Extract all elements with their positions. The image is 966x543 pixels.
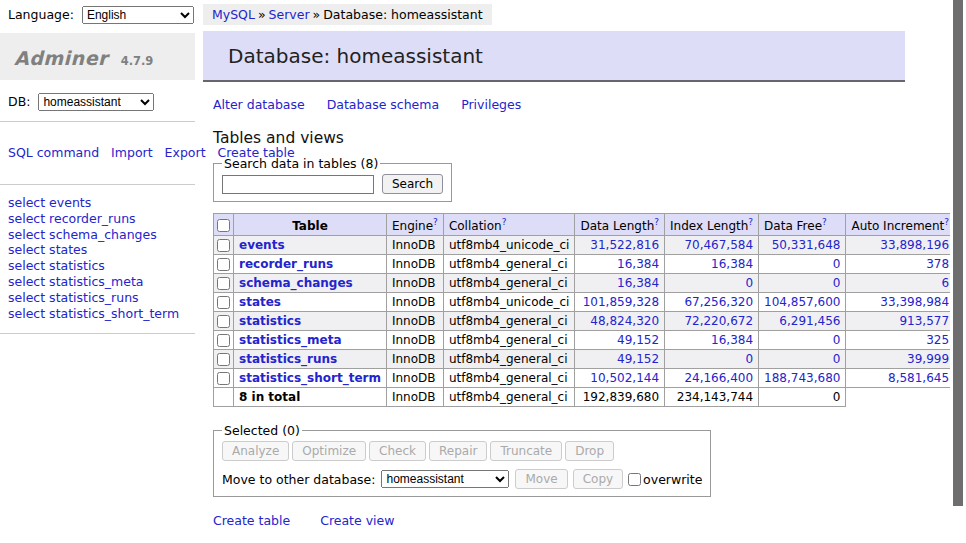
db-select[interactable]: homeassistant xyxy=(38,93,154,111)
engine-cell: InnoDB xyxy=(386,255,443,274)
vertical-scrollbar-thumb[interactable] xyxy=(953,0,963,506)
list-item: select events xyxy=(8,195,187,211)
copy-button[interactable]: Copy xyxy=(573,469,623,489)
column-header-label: Table xyxy=(292,219,328,233)
column-header-label: Index Length xyxy=(670,219,748,233)
column-header-label: Auto Increment xyxy=(851,219,944,233)
column-header-label: Collation xyxy=(449,219,502,233)
list-item: select statistics_runs xyxy=(8,290,187,306)
row-checkbox-cell xyxy=(214,331,234,350)
table-name-cell: statistics_meta xyxy=(234,331,387,350)
sidebar: Language: English Adminer 4.7.9 DB: home… xyxy=(0,0,195,334)
sidebar-select-table-link[interactable]: select recorder_runs xyxy=(8,211,136,226)
column-help-link[interactable]: ? xyxy=(502,217,507,227)
table-name-link[interactable]: statistics_short_term xyxy=(239,371,381,385)
selected-action-button[interactable]: Check xyxy=(369,441,426,461)
row-checkbox[interactable] xyxy=(217,334,230,347)
table-name-link[interactable]: statistics_runs xyxy=(239,352,337,366)
language-select[interactable]: English xyxy=(82,6,194,24)
index-length-cell: 24,166,400 xyxy=(665,369,759,388)
vertical-scrollbar-track[interactable] xyxy=(950,0,966,543)
breadcrumb-mysql-link[interactable]: MySQL xyxy=(212,7,255,22)
database-action-link[interactable]: Alter database xyxy=(213,97,305,112)
table-row: schema_changesInnoDButf8mb4_general_ci16… xyxy=(214,274,966,293)
selected-action-button[interactable]: Repair xyxy=(429,441,487,461)
table-name-link[interactable]: statistics xyxy=(239,314,301,328)
column-help-link[interactable]: ? xyxy=(748,217,753,227)
sidebar-select-table-link[interactable]: select states xyxy=(8,242,87,257)
table-name-link[interactable]: statistics_meta xyxy=(239,333,342,347)
page-title: Database: homeassistant xyxy=(203,31,905,82)
sidebar-action-link[interactable]: SQL command xyxy=(8,145,99,160)
table-row: eventsInnoDButf8mb4_unicode_ci31,522,816… xyxy=(214,236,966,255)
column-help-link[interactable]: ? xyxy=(433,217,438,227)
index-length-cell: 16,384 xyxy=(665,331,759,350)
sidebar-select-table-link[interactable]: select statistics_runs xyxy=(8,290,139,305)
row-checkbox[interactable] xyxy=(217,296,230,309)
sidebar-select-table-link[interactable]: select statistics_meta xyxy=(8,274,144,289)
select-all-checkbox[interactable] xyxy=(217,219,230,232)
sidebar-select-table-link[interactable]: select schema_changes xyxy=(8,227,157,242)
selected-action-button[interactable]: Optimize xyxy=(292,441,366,461)
table-name-link[interactable]: states xyxy=(239,295,281,309)
sidebar-actions: SQL commandImportExportCreate table xyxy=(0,135,180,172)
row-checkbox[interactable] xyxy=(217,258,230,271)
sidebar-select-table-link[interactable]: select statistics xyxy=(8,258,105,273)
index-length-cell: 0 xyxy=(665,350,759,369)
row-checkbox[interactable] xyxy=(217,353,230,366)
database-action-link[interactable]: Privileges xyxy=(461,97,521,112)
data-length-cell: 48,824,320 xyxy=(575,312,665,331)
auto-increment-cell: 39,999 xyxy=(846,350,955,369)
create-link[interactable]: Create view xyxy=(320,513,394,528)
selected-action-button[interactable]: Analyze xyxy=(222,441,289,461)
create-link[interactable]: Create table xyxy=(213,513,290,528)
data-length-cell: 101,859,328 xyxy=(575,293,665,312)
database-links: Alter databaseDatabase schemaPrivileges xyxy=(213,97,905,112)
row-checkbox[interactable] xyxy=(217,277,230,290)
row-checkbox-cell xyxy=(214,236,234,255)
selected-buttons: AnalyzeOptimizeCheckRepairTruncateDrop xyxy=(222,441,702,461)
sidebar-action-link[interactable]: Import xyxy=(111,145,153,160)
overwrite-label: overwrite xyxy=(643,472,702,487)
column-header: Auto Increment? xyxy=(846,214,955,236)
column-help-link[interactable]: ? xyxy=(944,217,949,227)
breadcrumb-server-link[interactable]: Server xyxy=(269,7,310,22)
table-header-row: TableEngine?Collation?Data Length?Index … xyxy=(214,214,966,236)
database-action-link[interactable]: Database schema xyxy=(327,97,439,112)
move-database-select[interactable]: homeassistant xyxy=(381,470,509,488)
data-free-cell: 0 xyxy=(759,331,846,350)
table-name-link[interactable]: schema_changes xyxy=(239,276,353,290)
row-checkbox[interactable] xyxy=(217,372,230,385)
sidebar-divider xyxy=(0,121,195,122)
search-button[interactable]: Search xyxy=(382,174,443,194)
totals-index-length-cell: 234,143,744 xyxy=(665,388,759,407)
table-name-link[interactable]: recorder_runs xyxy=(239,257,333,271)
tables-and-views-heading: Tables and views xyxy=(213,129,905,147)
engine-cell: InnoDB xyxy=(386,312,443,331)
sidebar-select-table-link[interactable]: select statistics_short_term xyxy=(8,306,179,321)
db-label: DB: xyxy=(8,94,30,109)
index-length-cell: 70,467,584 xyxy=(665,236,759,255)
search-input[interactable] xyxy=(222,175,374,194)
selected-action-button[interactable]: Truncate xyxy=(490,441,562,461)
move-button[interactable]: Move xyxy=(515,469,567,489)
row-checkbox[interactable] xyxy=(217,315,230,328)
row-checkbox[interactable] xyxy=(217,239,230,252)
selected-fieldset: Selected (0) AnalyzeOptimizeCheckRepairT… xyxy=(213,423,711,497)
logo-version[interactable]: 4.7.9 xyxy=(121,54,154,68)
sidebar-action-link[interactable]: Export xyxy=(165,145,206,160)
table-name-link[interactable]: events xyxy=(239,238,285,252)
logo-text: Adminer xyxy=(14,47,108,69)
sidebar-select-table-link[interactable]: select events xyxy=(8,195,91,210)
overwrite-checkbox[interactable] xyxy=(628,473,641,486)
selected-action-button[interactable]: Drop xyxy=(565,441,614,461)
column-help-link[interactable]: ? xyxy=(822,217,827,227)
list-item: select states xyxy=(8,242,187,258)
column-help-link[interactable]: ? xyxy=(654,217,659,227)
auto-increment-cell: 378 xyxy=(846,255,955,274)
totals-row: 8 in total InnoDB utf8mb4_general_ci 192… xyxy=(214,388,966,407)
collation-cell: utf8mb4_general_ci xyxy=(443,255,575,274)
totals-collation-cell: utf8mb4_general_ci xyxy=(443,388,575,407)
auto-increment-cell: 913,577 xyxy=(846,312,955,331)
auto-increment-cell: 8,581,645 xyxy=(846,369,955,388)
